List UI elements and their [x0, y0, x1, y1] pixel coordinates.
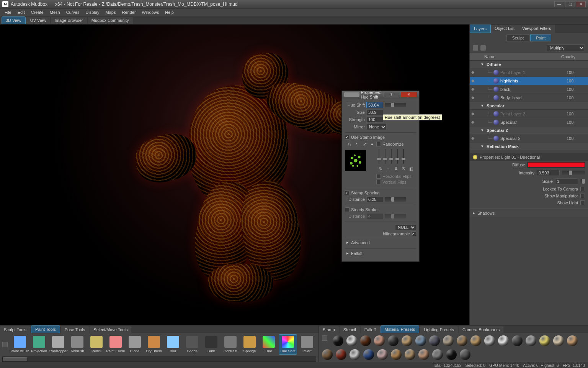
tool-dry-brush[interactable]: Dry Brush: [145, 335, 163, 354]
material-preset[interactable]: [363, 349, 374, 360]
hue-field[interactable]: [366, 102, 383, 108]
steady-checkbox[interactable]: [345, 207, 350, 212]
material-preset[interactable]: [512, 335, 523, 346]
material-preset[interactable]: [553, 335, 564, 346]
stamp-thumbnail[interactable]: [345, 150, 366, 171]
layer-row[interactable]: ◆└─black100: [470, 85, 588, 94]
menu-create[interactable]: Create: [28, 9, 47, 15]
panel-tab-viewport-filters[interactable]: Viewport Filters: [518, 25, 555, 33]
randomize-slider-4[interactable]: [397, 149, 398, 164]
mirror-select[interactable]: None: [366, 124, 387, 130]
dialog-close-button[interactable]: ✕: [401, 92, 417, 97]
bilinear-checkbox[interactable]: [412, 232, 416, 236]
scale-slider[interactable]: [580, 179, 585, 184]
stamp-settings-icon[interactable]: ◧: [408, 166, 414, 171]
strength-field[interactable]: [366, 117, 383, 123]
tool-contrast[interactable]: Contrast: [221, 335, 240, 354]
use-stamp-checkbox[interactable]: [345, 135, 350, 140]
col-opacity[interactable]: Opacity: [559, 53, 588, 60]
layer-opacity[interactable]: 100: [567, 120, 588, 125]
tool-hue[interactable]: Hue: [260, 335, 278, 354]
shelf-tab-sculpt-tools[interactable]: Sculpt Tools: [0, 326, 30, 333]
menu-windows[interactable]: Windows: [139, 9, 162, 15]
randomize-slider-5[interactable]: [403, 149, 404, 164]
preset-tab-material-presets[interactable]: Material Presets: [381, 325, 419, 333]
stamp-export-icon[interactable]: ⇱: [401, 166, 406, 171]
layer-opacity[interactable]: 100: [567, 87, 588, 92]
material-preset[interactable]: [484, 335, 495, 346]
layer-opacity[interactable]: 100: [567, 95, 588, 100]
layer-visibility-icon[interactable]: ◆: [470, 87, 476, 92]
material-preset[interactable]: [377, 349, 388, 360]
shadows-section[interactable]: Shadows: [470, 209, 588, 217]
col-name[interactable]: Name: [482, 53, 559, 60]
material-preset[interactable]: [429, 335, 440, 346]
material-preset[interactable]: [418, 349, 429, 360]
intensity-field[interactable]: [537, 170, 560, 176]
size-field[interactable]: [366, 109, 383, 115]
preset-menu-icon[interactable]: [322, 335, 327, 341]
material-preset[interactable]: [405, 349, 415, 360]
layer-group-diffuse[interactable]: Diffuse: [470, 61, 588, 68]
tool-invert[interactable]: Invert: [298, 335, 316, 354]
material-preset[interactable]: [415, 335, 426, 346]
locked-checkbox[interactable]: [580, 187, 585, 191]
layer-row[interactable]: ◆└─Paint Layer 1100: [470, 68, 588, 77]
advanced-section[interactable]: Advanced: [345, 238, 416, 247]
layer-visibility-icon[interactable]: ◆: [470, 70, 476, 75]
diffuse-color-swatch[interactable]: [528, 162, 585, 168]
panel-tab-object-list[interactable]: Object List: [491, 25, 518, 33]
material-preset[interactable]: [360, 335, 371, 346]
shelf-tab-select-move-tools[interactable]: Select/Move Tools: [90, 326, 131, 333]
showlight-checkbox[interactable]: [580, 200, 585, 205]
material-preset[interactable]: [432, 349, 443, 360]
layer-group-specular-2[interactable]: Specular 2: [470, 127, 588, 134]
tool-airbrush[interactable]: Airbrush: [68, 335, 87, 354]
tool-burn[interactable]: Burn: [202, 335, 220, 354]
intensity-slider[interactable]: [562, 171, 585, 175]
maximize-button[interactable]: ▢: [565, 1, 575, 7]
layer-row[interactable]: ◆└─Body_head100: [470, 94, 588, 102]
preset-tab-lighting-presets[interactable]: Lighting Presets: [420, 326, 458, 333]
tool-paint-brush[interactable]: Paint Brush: [11, 335, 29, 354]
falloff-section[interactable]: Falloff: [345, 248, 416, 258]
material-preset[interactable]: [322, 349, 333, 360]
close-button[interactable]: ✕: [576, 1, 586, 7]
layer-visibility-icon[interactable]: ◆: [470, 136, 476, 141]
stamp-move-icon[interactable]: ↔: [385, 166, 391, 171]
layer-row[interactable]: ◆└─Specular 2100: [470, 134, 588, 143]
tool-sponge[interactable]: Sponge: [240, 335, 259, 354]
layer-group-specular[interactable]: Specular: [470, 102, 588, 110]
material-preset[interactable]: [346, 335, 357, 346]
menu-help[interactable]: Help: [162, 9, 177, 15]
preset-tab-stencil[interactable]: Stencil: [340, 326, 360, 333]
hflip-checkbox[interactable]: [376, 174, 381, 179]
stamp-refresh-icon[interactable]: ↻: [378, 166, 383, 171]
null-select[interactable]: NULL: [395, 224, 416, 230]
distance-slider[interactable]: [385, 197, 406, 202]
material-preset[interactable]: [470, 335, 481, 346]
menu-display[interactable]: Display: [82, 9, 102, 15]
mode-paint[interactable]: Paint: [530, 34, 551, 41]
menu-mesh[interactable]: Mesh: [47, 9, 63, 15]
randomize-slider-1[interactable]: [379, 149, 379, 164]
tool-paint-erase[interactable]: Paint Erase: [106, 335, 125, 354]
stamp-tool-pin-icon[interactable]: ⎙: [346, 141, 352, 147]
scale-field[interactable]: [555, 178, 578, 184]
randomize-slider-3[interactable]: [391, 149, 392, 164]
hue-slider[interactable]: [385, 103, 406, 107]
vflip-checkbox[interactable]: [376, 180, 381, 184]
material-preset[interactable]: [526, 335, 536, 346]
shelf-menu-icon[interactable]: [2, 342, 8, 347]
layer-row[interactable]: ◆└─Paint Layer 2100: [470, 110, 588, 118]
layer-visibility-icon[interactable]: ◆: [470, 111, 476, 116]
minimize-button[interactable]: —: [554, 1, 564, 7]
layer-opacity[interactable]: 100: [567, 112, 588, 116]
layer-opacity[interactable]: 100: [567, 136, 588, 141]
layer-row[interactable]: ◆└─highlights100: [470, 77, 588, 85]
tool-pencil[interactable]: Pencil: [87, 335, 106, 354]
layer-group-reflection-mask[interactable]: Reflection Mask: [470, 143, 588, 150]
layer-opacity[interactable]: 100: [567, 79, 588, 83]
menu-curves[interactable]: Curves: [63, 9, 83, 15]
mode-sculpt[interactable]: Sculpt: [506, 34, 530, 41]
